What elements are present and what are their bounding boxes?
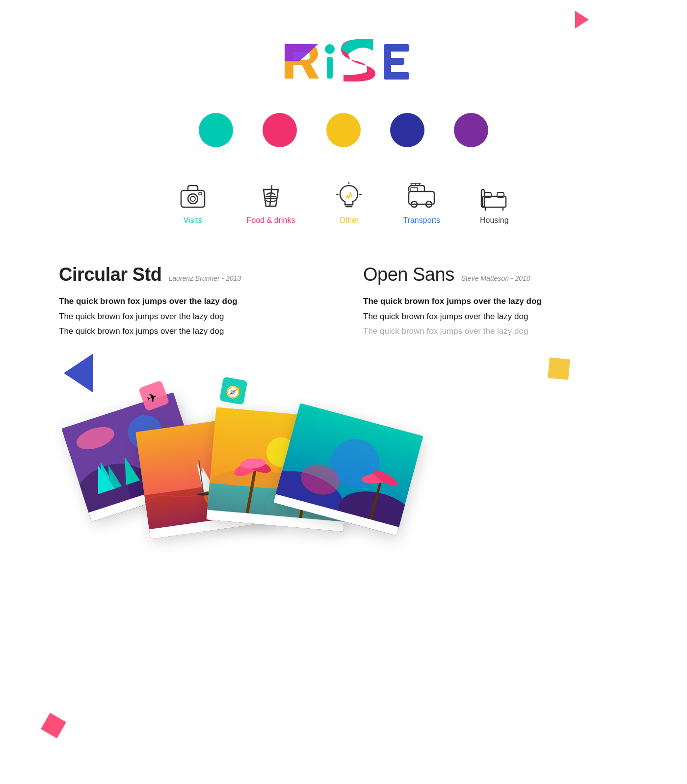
food-drinks-label: Food & drinks <box>247 216 295 225</box>
visits-icon <box>178 182 208 211</box>
visits-label: Visits <box>184 216 202 225</box>
typography-col-opensans: Open Sans Steve Matteson - 2010 The quic… <box>363 264 628 339</box>
housing-icon <box>479 182 509 211</box>
decorative-triangle-pink <box>575 11 589 28</box>
rise-logo <box>275 39 412 83</box>
typography-section: Circular Std Laurenz Brunner - 2013 The … <box>0 264 687 339</box>
color-dots-section <box>0 113 687 147</box>
logo-section <box>0 39 687 83</box>
icons-section: Visits Food & drinks <box>0 182 687 225</box>
dot-yellow <box>326 113 361 147</box>
svg-point-7 <box>188 194 198 204</box>
type-sample-bold-opensans: The quick brown fox jumps over the lazy … <box>363 294 628 309</box>
icon-item-visits: Visits <box>178 182 208 225</box>
font-meta-circular: Laurenz Brunner - 2013 <box>168 274 241 282</box>
icon-item-food-drinks: Food & drinks <box>247 182 295 225</box>
svg-rect-3 <box>384 44 409 52</box>
type-sample-light-opensans: The quick brown fox jumps over the lazy … <box>363 324 628 339</box>
decorative-square-pink <box>41 713 66 738</box>
svg-rect-9 <box>199 192 202 195</box>
svg-point-8 <box>190 196 195 201</box>
transports-label: Transports <box>403 216 440 225</box>
type-sample-light-circular: The quick brown fox jumps over the lazy … <box>59 324 324 339</box>
dot-pink <box>263 113 297 147</box>
type-sample-medium-circular: The quick brown fox jumps over the lazy … <box>59 309 324 324</box>
transports-icon <box>407 182 436 211</box>
dot-purple <box>454 113 488 147</box>
sticker-compass: 🧭 <box>218 377 247 409</box>
font-meta-opensans: Steve Matteson - 2010 <box>461 274 530 282</box>
svg-point-0 <box>325 44 335 54</box>
svg-rect-4 <box>384 58 404 65</box>
dot-dark-blue <box>390 113 424 147</box>
icon-item-housing: Housing <box>479 182 509 225</box>
other-label: Other <box>339 216 359 225</box>
svg-rect-1 <box>327 57 333 79</box>
font-name-opensans: Open Sans <box>363 264 454 285</box>
svg-rect-6 <box>181 190 205 207</box>
type-sample-bold-circular: The quick brown fox jumps over the lazy … <box>59 294 324 309</box>
icon-item-transports: Transports <box>403 182 440 225</box>
font-name-circular: Circular Std <box>59 264 161 285</box>
photo-collage-section: ✈ 🧭 <box>0 369 687 604</box>
icon-item-other: Other <box>334 182 364 225</box>
other-icon <box>334 182 364 211</box>
svg-rect-26 <box>482 196 506 207</box>
housing-label: Housing <box>480 216 509 225</box>
dot-teal <box>199 113 233 147</box>
typography-col-circular: Circular Std Laurenz Brunner - 2013 The … <box>59 264 324 339</box>
food-drinks-icon <box>256 182 286 211</box>
type-sample-medium-opensans: The quick brown fox jumps over the lazy … <box>363 309 628 324</box>
svg-text:🧭: 🧭 <box>225 383 242 400</box>
svg-rect-5 <box>384 72 409 80</box>
